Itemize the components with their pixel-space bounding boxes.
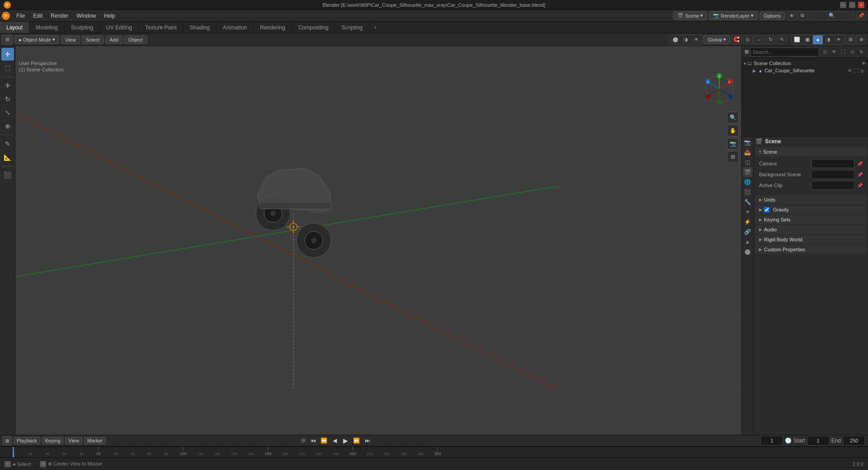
minimize-button[interactable]: ─ [840,2,846,8]
pin-icon[interactable]: 📌 [856,11,866,20]
sort-icon[interactable]: ⇅ [857,48,865,56]
units-section-header[interactable]: ▶ Units [755,195,866,204]
render-tab[interactable]: 📷 [743,137,753,147]
cursor-tool[interactable]: ✛ [1,48,14,61]
active-clip-value[interactable] [811,181,854,190]
custom-props-section-header[interactable]: ▶ Custom Properties [755,245,866,254]
options-button[interactable]: Options [760,12,785,20]
rotate-tool[interactable]: ↻ [1,93,14,105]
transform-orientation[interactable]: Global ▾ [703,35,730,44]
tab-modeling[interactable]: Modeling [29,22,65,33]
solid-shading-btn[interactable]: ⬤ [670,35,680,44]
filter-object-type[interactable]: ⊡ [821,48,829,56]
play-reverse-btn[interactable]: ◀ [330,436,340,446]
annotation-btn[interactable]: ✎ [777,35,787,44]
tab-texture-paint[interactable]: Texture Paint [139,22,184,33]
active-clip-pin[interactable]: 📌 [857,183,863,188]
marker-menu[interactable]: Marker [84,437,106,444]
tab-shading[interactable]: Shading [184,22,217,33]
wireframe-btn[interactable]: ▣ [802,35,812,44]
keying-menu[interactable]: Keying [42,437,64,444]
add-cube-tool[interactable]: ⬛ [1,169,14,181]
timeline-type-icon[interactable]: ⊞ [3,436,12,445]
scene-collection-item[interactable]: ▾ 🗂 Scene Collection 👁 [742,60,868,67]
first-frame-btn[interactable]: ⏮ [308,436,318,446]
solid-btn[interactable]: ● [813,35,823,44]
proportional-edit-button[interactable]: ◎ [743,35,753,44]
camera-view-button[interactable]: 📷 [727,138,739,150]
camera-pin[interactable]: 📌 [857,161,863,166]
current-frame-input[interactable] [760,436,783,446]
material-shading-btn[interactable]: ◑ [681,35,691,44]
renderlayer-selector[interactable]: 📷 RenderLayer ▾ [709,11,758,20]
menu-help[interactable]: Help [100,12,119,20]
audio-section-header[interactable]: ▶ Audio [755,225,866,234]
restrict-select-icon[interactable]: ⛶ [854,68,859,73]
gravity-section-header[interactable]: ▶ Gravity [755,205,866,214]
world-tab[interactable]: 🌐 [743,177,753,187]
material-btn[interactable]: ◑ [823,35,833,44]
object-menu[interactable]: Object [124,36,147,44]
tab-layout[interactable]: Layout [0,22,29,33]
view-menu[interactable]: View [61,36,80,44]
object-mode-selector[interactable]: ● Object Mode ▾ [14,35,59,44]
xray-btn[interactable]: ⬜ [792,35,802,44]
filter-select[interactable]: ⛶ [839,48,847,56]
move-tool-btn[interactable]: ↔ [754,35,764,44]
keying-sets-section-header[interactable]: ▶ Keying Sets [755,215,866,224]
hand-tool-button[interactable]: ✋ [727,125,739,136]
physics-tab[interactable]: ⚡ [743,217,753,227]
scene-tab[interactable]: 🎬 [743,167,753,177]
filter-render[interactable]: ◎ [848,48,856,56]
editor-type-icon[interactable]: ⊞ [2,35,13,45]
tab-rendering[interactable]: Rendering [254,22,292,33]
menu-render[interactable]: Render [47,12,72,20]
keyframe-toggle[interactable] [301,438,306,443]
filter-icon[interactable]: ⚙ [797,11,807,20]
viewport-gizmo[interactable]: X Y Z [703,73,735,105]
bg-scene-pin[interactable]: 📌 [857,172,863,177]
outliner-search[interactable] [750,47,819,56]
tab-scripting[interactable]: Scripting [335,22,369,33]
modifier-tab[interactable]: 🔧 [743,197,753,207]
overlay-btn[interactable]: ⊞ [845,35,855,44]
tab-animation[interactable]: Animation [217,22,254,33]
menu-file[interactable]: File [13,12,28,20]
eye-icon-collection[interactable]: 👁 [862,61,866,66]
rendered-shading-btn[interactable]: ☀ [691,35,701,44]
add-menu[interactable]: Add [105,36,123,44]
particles-tab[interactable]: ✦ [743,207,753,217]
transform-tool[interactable]: ⊕ [1,120,14,132]
camera-value[interactable] [811,159,854,168]
zoom-in-button[interactable]: 🔍 [727,112,739,123]
window-controls[interactable]: ─ □ ✕ [840,2,864,8]
jump-back-btn[interactable]: ⏪ [319,436,329,446]
playback-menu[interactable]: Playback [14,437,40,444]
menu-edit[interactable]: Edit [29,12,46,20]
menu-window[interactable]: Window [73,12,99,20]
bg-scene-value[interactable] [811,170,854,179]
gravity-checkbox[interactable] [764,207,769,212]
eye-icon-object[interactable]: 👁 [848,68,852,73]
select-menu[interactable]: Select [82,36,104,44]
filter-visibility[interactable]: 👁 [830,48,838,56]
add-workspace-button[interactable]: + [369,22,382,33]
search-icon-header[interactable]: 🔍 [809,11,854,20]
maximize-button[interactable]: □ [849,2,855,8]
play-forward-btn[interactable]: ▶ [341,436,351,446]
car-object-item[interactable]: ▶ ▲ Car_Coupe_Silhouette 👁 ⛶ ◎ [742,67,868,74]
material-tab[interactable]: ⬤ [743,247,753,257]
tab-uv-editing[interactable]: UV Editing [100,22,139,33]
rigid-body-section-header[interactable]: ▶ Rigid Body World [755,235,866,244]
view-icon[interactable]: 👁 [787,11,797,20]
gizmo-btn[interactable]: ⊕ [856,35,866,44]
viewlayer-tab[interactable]: ◫ [743,157,753,167]
jump-forward-btn[interactable]: ⏩ [352,436,362,446]
output-tab[interactable]: 📤 [743,147,753,157]
last-frame-btn[interactable]: ⏭ [363,436,373,446]
rotate-tool-btn[interactable]: ↻ [765,35,775,44]
data-tab[interactable]: ▲ [743,237,753,247]
restrict-render-icon[interactable]: ◎ [860,68,864,73]
render-btn[interactable]: ☀ [834,35,844,44]
move-tool[interactable]: ✛ [1,79,14,92]
